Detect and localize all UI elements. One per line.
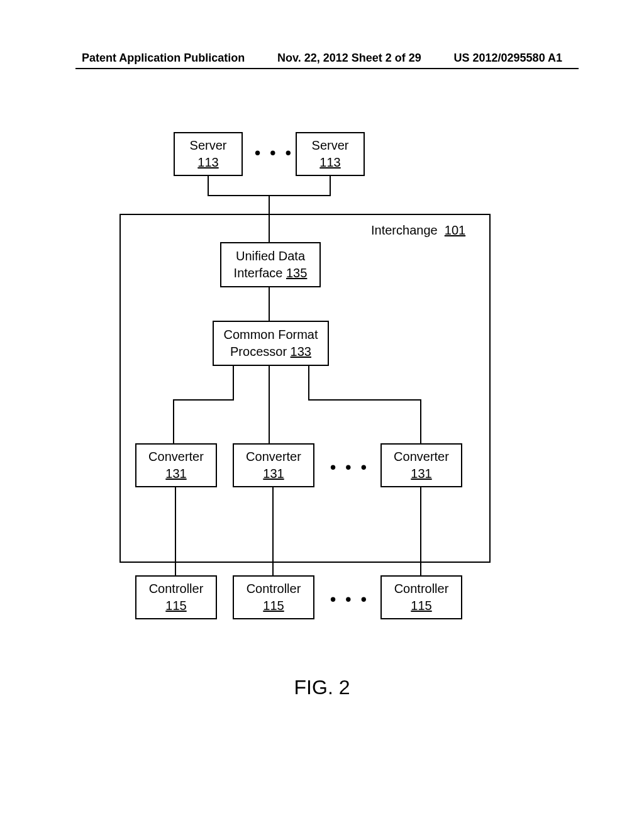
connector: [269, 366, 270, 443]
converter-box-2: Converter 131: [233, 443, 314, 487]
server-ref: 113: [197, 154, 218, 171]
cfp-ref: 133: [291, 345, 311, 358]
diagram: Server 113 • • • Server 113 Interchange …: [0, 126, 644, 692]
converter-ref: 131: [165, 465, 186, 482]
server-label: Server: [190, 137, 227, 154]
connector: [269, 287, 270, 321]
header-center: Nov. 22, 2012 Sheet 2 of 29: [277, 52, 421, 65]
server-ellipsis: • • •: [255, 143, 294, 163]
controller-box-2: Controller 115: [233, 575, 314, 619]
server-box-1: Server 113: [174, 132, 243, 176]
connector: [308, 366, 309, 401]
connector: [420, 399, 421, 443]
connector: [173, 399, 174, 443]
controller-ref: 115: [411, 597, 431, 614]
figure-label: FIG. 2: [0, 676, 644, 699]
controller-label: Controller: [394, 580, 449, 597]
cfp-line1: Common Format: [223, 326, 318, 343]
connector: [233, 366, 234, 401]
controller-ref: 115: [165, 597, 186, 614]
controller-ref: 115: [263, 597, 284, 614]
connector: [420, 487, 421, 575]
server-box-2: Server 113: [296, 132, 365, 176]
header-rule: [75, 68, 579, 69]
server-label: Server: [312, 137, 349, 154]
header-right: US 2012/0295580 A1: [454, 52, 562, 65]
connector: [175, 487, 176, 575]
udi-line1: Unified Data: [236, 248, 305, 265]
converter-ref: 131: [411, 465, 431, 482]
unified-data-interface-box: Unified Data Interface 135: [220, 242, 321, 287]
udi-line2: Interface: [234, 266, 283, 280]
controller-box-3: Controller 115: [380, 575, 462, 619]
converter-ellipsis: • • •: [330, 458, 369, 477]
connector: [330, 176, 331, 195]
connector: [272, 487, 274, 575]
converter-label: Converter: [148, 448, 204, 465]
common-format-processor-box: Common Format Processor 133: [213, 321, 329, 366]
cfp-line2: Processor: [230, 345, 287, 358]
connector: [308, 399, 421, 401]
controller-label: Controller: [149, 580, 204, 597]
connector: [208, 176, 209, 195]
header-left: Patent Application Publication: [82, 52, 245, 65]
udi-ref: 135: [286, 266, 307, 280]
controller-label: Controller: [247, 580, 301, 597]
interchange-label: Interchange 101: [371, 223, 465, 238]
converter-box-1: Converter 131: [135, 443, 217, 487]
converter-label: Converter: [394, 448, 449, 465]
connector: [173, 399, 234, 401]
page-header: Patent Application Publication Nov. 22, …: [0, 52, 644, 65]
converter-box-3: Converter 131: [380, 443, 462, 487]
converter-label: Converter: [246, 448, 301, 465]
controller-box-1: Controller 115: [135, 575, 217, 619]
converter-ref: 131: [263, 465, 284, 482]
controller-ellipsis: • • •: [330, 590, 369, 609]
server-ref: 113: [319, 154, 340, 171]
